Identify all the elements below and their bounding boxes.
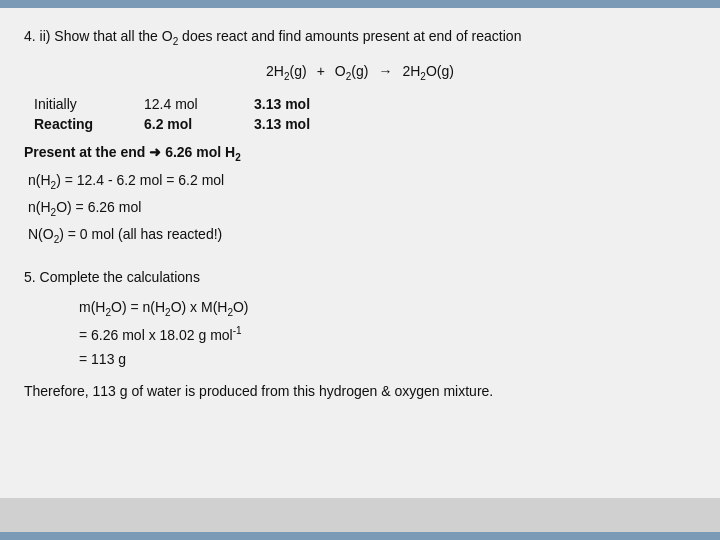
content-area: 4. ii) Show that all the O2 does react a… bbox=[0, 8, 720, 498]
present-line: Present at the end ➜ 6.26 mol H2 bbox=[24, 144, 696, 163]
data-table: Initially 12.4 mol 3.13 mol Reacting 6.2… bbox=[34, 96, 696, 132]
section5-line1: m(H2O) = n(H2O) x M(H2O) bbox=[79, 295, 696, 322]
initially-label: Initially bbox=[34, 96, 114, 112]
eq-arrow: → bbox=[378, 63, 392, 79]
bottom-bar bbox=[0, 532, 720, 540]
reacting-val1: 6.2 mol bbox=[144, 116, 224, 132]
initially-val2: 3.13 mol bbox=[254, 96, 310, 112]
section5-header: 5. Complete the calculations bbox=[24, 269, 696, 285]
eq-term-2: O2(g) bbox=[335, 63, 369, 82]
section5-line2: = 6.26 mol x 18.02 g mol-1 bbox=[79, 322, 696, 348]
section-divider bbox=[24, 253, 696, 269]
eq-plus: + bbox=[317, 63, 325, 79]
calc-block: m(H2O) = n(H2O) x M(H2O) = 6.26 mol x 18… bbox=[79, 295, 696, 373]
therefore-line: Therefore, 113 g of water is produced fr… bbox=[24, 383, 696, 399]
reacting-val2: 3.13 mol bbox=[254, 116, 310, 132]
top-bar bbox=[0, 0, 720, 8]
eq-term-1: 2H2(g) bbox=[266, 63, 307, 82]
section5-line3: = 113 g bbox=[79, 347, 696, 372]
reacting-label: Reacting bbox=[34, 116, 114, 132]
eq-term-3: 2H2O(g) bbox=[402, 63, 453, 82]
equation-row: 2H2(g) + O2(g) → 2H2O(g) bbox=[24, 63, 696, 82]
calc-line-2: n(H2O) = 6.26 mol bbox=[28, 199, 696, 218]
calc-line-1: n(H2) = 12.4 - 6.2 mol = 6.2 mol bbox=[28, 172, 696, 191]
initially-row: Initially 12.4 mol 3.13 mol bbox=[34, 96, 696, 112]
reacting-row: Reacting 6.2 mol 3.13 mol bbox=[34, 116, 696, 132]
question-header: 4. ii) Show that all the O2 does react a… bbox=[24, 26, 696, 49]
calc-line-3: N(O2) = 0 mol (all has reacted!) bbox=[28, 226, 696, 245]
initially-val1: 12.4 mol bbox=[144, 96, 224, 112]
